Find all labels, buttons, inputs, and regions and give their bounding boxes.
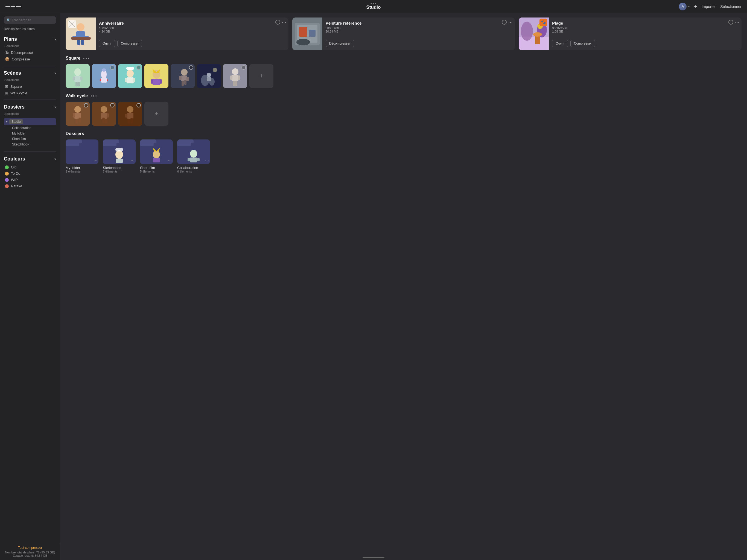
scene-check-2[interactable] xyxy=(136,65,141,70)
plan-open-plage[interactable]: Ouvrir xyxy=(552,40,568,47)
studio-folder-tag: Studio xyxy=(9,119,23,124)
plan-decompress-peinture[interactable]: Décompresser xyxy=(326,40,354,47)
walk-check-2[interactable] xyxy=(136,103,141,107)
scene-check-1[interactable] xyxy=(110,65,114,70)
plan-more-button-anniversaire[interactable]: ⋯ xyxy=(282,20,286,25)
svg-rect-94 xyxy=(115,148,123,152)
sidebar-item-myfolder[interactable]: My folder xyxy=(10,131,56,136)
folder-studio[interactable]: ▾ Studio xyxy=(4,118,56,125)
sketchbook-more-button[interactable]: ⋯ xyxy=(131,159,134,163)
add-button[interactable]: + xyxy=(694,4,697,9)
svg-rect-92 xyxy=(103,142,117,146)
plan-name-anniversaire: Anniversaire xyxy=(99,21,285,25)
plan-card-anniversaire: Anniversaire 1000x1000 4.24 GB Ouvrir Co… xyxy=(66,18,288,50)
compress-all-button[interactable]: Tout compresser xyxy=(4,546,56,550)
plans-section-header[interactable]: Plans ▾ xyxy=(4,36,56,42)
svg-rect-76 xyxy=(78,118,81,123)
scene-thumb-1[interactable] xyxy=(92,64,116,88)
color-ok[interactable]: OK xyxy=(4,164,56,170)
square-grid: + xyxy=(66,64,742,88)
scene-check-6[interactable] xyxy=(241,65,246,70)
dossier-card-myfolder[interactable]: ⋯ My folder 1 éléments xyxy=(66,139,98,173)
scene-check-4[interactable] xyxy=(189,65,193,70)
svg-rect-28 xyxy=(74,76,81,82)
sidebar-item-sketchbook[interactable]: Sketchbook xyxy=(10,142,56,147)
plan-select-circle-anniversaire[interactable] xyxy=(275,20,280,25)
plan-more-button-peinture[interactable]: ⋯ xyxy=(508,20,513,25)
color-todo[interactable]: To Do xyxy=(4,170,56,177)
plan-select-circle-plage[interactable] xyxy=(728,20,733,25)
square-more-button[interactable]: • • • xyxy=(83,56,89,60)
color-wip-dot xyxy=(5,178,9,182)
dossier-name-collaboration: Collaboration xyxy=(177,166,210,170)
walk-thumb-1[interactable] xyxy=(92,102,116,126)
import-button[interactable]: Importer xyxy=(702,4,716,9)
dossiers-section-header[interactable]: Dossiers ▾ xyxy=(4,104,56,110)
sidebar-item-collaboration[interactable]: Collaboration xyxy=(10,125,56,131)
sidebar-item-shortfilm[interactable]: Short film xyxy=(10,136,56,142)
svg-rect-90 xyxy=(66,142,79,146)
dossiers-title: Dossiers xyxy=(4,104,25,110)
svg-rect-67 xyxy=(230,75,232,80)
shortfilm-more-button[interactable]: ⋯ xyxy=(168,159,172,163)
walk-check-1[interactable] xyxy=(110,103,114,107)
titlebar-center: Studio xyxy=(366,3,381,10)
plan-compress-anniversaire[interactable]: Compresser xyxy=(117,40,142,47)
collaboration-more-button[interactable]: ⋯ xyxy=(205,159,209,163)
select-button[interactable]: Sélectionner xyxy=(720,4,742,9)
svg-rect-74 xyxy=(73,113,75,118)
plan-more-button-plage[interactable]: ⋯ xyxy=(735,20,739,25)
user-section[interactable]: A ▾ xyxy=(679,3,690,10)
scene-add-button[interactable]: + xyxy=(249,64,274,88)
search-input[interactable] xyxy=(12,18,53,22)
dossier-card-shortfilm[interactable]: ⋯ Short film 5 éléments xyxy=(140,139,173,173)
svg-rect-44 xyxy=(133,78,135,82)
sidebar-item-decompressed[interactable]: 🗜 Décompressé xyxy=(4,49,56,56)
walk-thumb-0[interactable] xyxy=(66,102,90,126)
svg-point-52 xyxy=(181,69,187,75)
color-retake[interactable]: Retake xyxy=(4,183,56,189)
scene-thumb-3[interactable] xyxy=(145,64,169,88)
walk-check-0[interactable] xyxy=(84,103,88,107)
scroll-indicator xyxy=(363,557,384,558)
dossiers-sub-label: Seulement xyxy=(4,112,56,116)
color-wip-label: WIP xyxy=(11,178,18,182)
scene-thumb-0[interactable] xyxy=(66,64,90,88)
svg-point-40 xyxy=(127,70,134,77)
dossier-card-collaboration[interactable]: ⋯ Collaboration 6 éléments xyxy=(177,139,210,173)
scene-thumb-4[interactable] xyxy=(171,64,195,88)
sidebar-item-compressed[interactable]: 📦 Compressé xyxy=(4,56,56,62)
scenes-section-header[interactable]: Scènes ▾ xyxy=(4,70,56,76)
scene-thumb-6[interactable] xyxy=(223,64,247,88)
scenes-title: Scènes xyxy=(4,70,21,76)
plan-open-anniversaire[interactable]: Ouvrir xyxy=(99,40,115,47)
scene-thumb-2[interactable] xyxy=(118,64,142,88)
dossier-card-sketchbook[interactable]: ⋯ Sketchbook 7 éléments xyxy=(103,139,136,173)
dossier-folder-myfolder: ⋯ xyxy=(66,139,98,164)
sidebar-footer: Tout compresser Nombre total de plans: 7… xyxy=(0,543,60,560)
scene-walk-icon: ⊞ xyxy=(5,91,8,95)
sidebar: 🔍 Réinitialiser les filtres Plans ▾ Seul… xyxy=(0,13,60,560)
svg-point-78 xyxy=(101,106,107,113)
scene-thumb-5[interactable] xyxy=(197,64,221,88)
scene-square-icon: ⊞ xyxy=(5,84,8,88)
svg-point-19 xyxy=(521,22,533,41)
plan-compress-plage[interactable]: Compresser xyxy=(570,40,595,47)
walk-add-button[interactable]: + xyxy=(145,102,169,126)
sidebar-item-walkcycle[interactable]: ⊞ Walk cycle xyxy=(4,90,56,96)
walkcycle-more-button[interactable]: • • • xyxy=(91,94,97,98)
walk-thumb-2[interactable] xyxy=(118,102,142,126)
scenes-sub-label: Seulement xyxy=(4,78,56,81)
sidebar-couleurs-section: Couleurs ▾ OK To Do WIP Retake xyxy=(0,153,60,191)
couleurs-section-header[interactable]: Couleurs ▾ xyxy=(4,156,56,162)
svg-rect-42 xyxy=(127,77,134,83)
myfolder-more-button[interactable]: ⋯ xyxy=(94,159,97,163)
sidebar-toggle-button[interactable] xyxy=(5,6,21,7)
svg-point-59 xyxy=(213,68,217,72)
color-wip[interactable]: WIP xyxy=(4,177,56,183)
sidebar-item-square[interactable]: ⊞ Square xyxy=(4,83,56,90)
reset-filters-button[interactable]: Réinitialiser les filtres xyxy=(0,26,60,34)
search-input-wrap[interactable]: 🔍 xyxy=(4,17,56,24)
svg-rect-31 xyxy=(75,82,78,86)
svg-point-62 xyxy=(207,73,211,77)
